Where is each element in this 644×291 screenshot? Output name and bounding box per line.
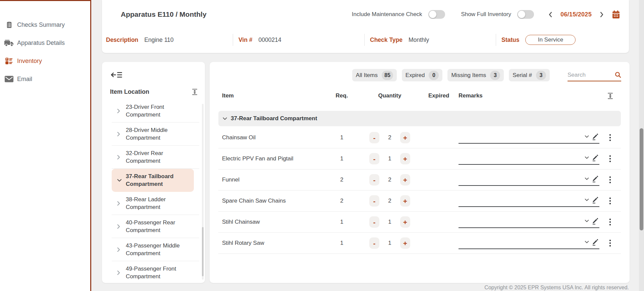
item-quantity: 1 (387, 155, 392, 162)
column-header-req: Req. (332, 92, 351, 99)
search-icon[interactable] (615, 72, 621, 78)
expand-rows-icon[interactable] (192, 89, 198, 95)
info-bar: DescriptionEngine 110Vin #0000214Check T… (102, 29, 629, 50)
row-menu-button[interactable] (599, 239, 621, 247)
panel-scrollbar-thumb[interactable] (202, 227, 204, 276)
collapse-panel-button[interactable] (111, 71, 123, 80)
location-item-28-driver-middle-compartment[interactable]: 28-Driver Middle Compartment (112, 123, 199, 146)
location-item-37-rear-tailboard-compartment[interactable]: 37-Rear Tailboard Compartment (112, 169, 194, 192)
increase-quantity-button[interactable]: + (400, 153, 410, 164)
chevron-right-icon (600, 12, 603, 17)
content-row: Item Location 23-Driver Front Compartmen… (102, 62, 629, 283)
increase-quantity-button[interactable]: + (400, 195, 410, 207)
remarks-field[interactable] (459, 237, 599, 249)
edit-pencil-icon[interactable] (592, 238, 599, 246)
row-menu-button[interactable] (599, 176, 621, 184)
chevron-right-icon (117, 201, 122, 206)
search-input[interactable] (568, 72, 608, 78)
edit-pencil-icon[interactable] (592, 175, 599, 183)
edit-pencil-icon[interactable] (592, 196, 599, 204)
table-row: Spare Chain Saw Chains2-2+ (218, 191, 621, 212)
previous-date-button[interactable] (549, 12, 552, 17)
edit-pencil-icon[interactable] (592, 133, 599, 140)
quantity-stepper: -2+ (351, 132, 428, 143)
sidebar-item-email[interactable]: Email (0, 70, 90, 88)
tab-expired[interactable]: Expired0 (402, 69, 443, 81)
increase-quantity-button[interactable]: + (400, 132, 410, 143)
decrease-quantity-button[interactable]: - (369, 174, 379, 186)
tab-all-items[interactable]: All Items85 (352, 69, 397, 81)
location-item-label: 49-Passenger Front Compartment (126, 265, 198, 280)
remarks-field[interactable] (459, 195, 599, 207)
include-maintenance-toggle[interactable] (428, 10, 445, 19)
decrease-quantity-button[interactable]: - (369, 237, 379, 249)
increase-quantity-button[interactable]: + (400, 174, 410, 186)
page-title: Apparatus E110 / Monthly (121, 10, 207, 18)
increase-quantity-button[interactable]: + (400, 237, 410, 249)
sidebar-nav: Checks SummaryApparatus DetailsInventory… (0, 1, 90, 88)
item-name: Stihl Rotary Saw (218, 240, 332, 246)
show-full-inventory-toggle[interactable] (517, 10, 534, 19)
tab-label: Missing Items (451, 72, 486, 79)
chevron-right-icon (117, 108, 122, 114)
location-item-32-driver-rear-compartment[interactable]: 32-Driver Rear Compartment (112, 146, 199, 169)
edit-pencil-icon[interactable] (592, 154, 599, 161)
decrease-quantity-button[interactable]: - (369, 195, 379, 207)
sidebar-item-inventory[interactable]: Inventory (0, 52, 90, 70)
current-date[interactable]: 06/15/2025 (560, 11, 592, 18)
window-scrollbar[interactable] (639, 0, 644, 291)
item-quantity: 2 (387, 134, 392, 141)
chevron-down-icon[interactable] (585, 199, 589, 201)
search-box (568, 69, 621, 81)
remarks-field[interactable] (459, 153, 599, 165)
remarks-field[interactable] (459, 216, 599, 228)
chevron-down-icon[interactable] (585, 135, 589, 138)
tab-label: Expired (406, 72, 425, 79)
window-scrollbar-thumb[interactable] (640, 128, 643, 230)
title-controls: Include Maintenance Check Show Full Inve… (336, 10, 620, 19)
chevron-down-icon[interactable] (585, 156, 589, 159)
decrease-quantity-button[interactable]: - (369, 132, 379, 143)
remarks-field[interactable] (459, 174, 599, 186)
location-list: 23-Driver Front Compartment28-Driver Mid… (102, 99, 205, 283)
tab-serial[interactable]: Serial #3 (509, 69, 550, 81)
calendar-icon[interactable] (612, 10, 620, 19)
column-header-remarks: Remarks (459, 92, 599, 99)
edit-pencil-icon[interactable] (592, 217, 599, 225)
location-item-23-driver-front-compartment[interactable]: 23-Driver Front Compartment (112, 99, 199, 123)
expand-rows-icon[interactable] (599, 93, 621, 99)
location-item-43-passenger-middle-compartment[interactable]: 43-Passenger Middle Compartment (112, 238, 199, 261)
row-menu-button[interactable] (599, 197, 621, 205)
tab-count-badge: 85 (382, 71, 393, 80)
tab-pills: All Items85Expired0Missing Items3Serial … (352, 69, 550, 81)
chevron-down-icon[interactable] (585, 241, 589, 243)
location-item-label: 37-Rear Tailboard Compartment (126, 172, 193, 188)
tab-missing-items[interactable]: Missing Items3 (447, 69, 504, 81)
row-menu-button[interactable] (599, 155, 621, 162)
panel-scrollbar[interactable] (202, 104, 204, 280)
table-row: Electric PPV Fan and Pigtail1-1+ (218, 148, 621, 169)
tab-count-badge: 3 (536, 71, 546, 80)
table-row: Chainsaw Oil1-2+ (218, 127, 621, 148)
location-item-40-passenger-rear-compartment[interactable]: 40-Passenger Rear Compartment (112, 215, 199, 238)
email-icon (4, 75, 14, 83)
row-menu-button[interactable] (599, 218, 621, 226)
table-header: Item Req. Quantity Expired Remarks (218, 91, 621, 101)
increase-quantity-button[interactable]: + (400, 216, 410, 228)
next-date-button[interactable] (600, 12, 603, 17)
row-menu-button[interactable] (599, 134, 621, 141)
show-full-inventory-label: Show Full Inventory (461, 11, 511, 18)
decrease-quantity-button[interactable]: - (369, 153, 379, 164)
item-quantity: 1 (387, 240, 392, 246)
remarks-field[interactable] (459, 132, 599, 144)
main-content: Apparatus E110 / Monthly Include Mainten… (102, 0, 629, 291)
location-item-49-passenger-front-compartment[interactable]: 49-Passenger Front Compartment (112, 261, 199, 283)
item-required-count: 2 (332, 198, 351, 204)
chevron-down-icon[interactable] (585, 177, 589, 180)
decrease-quantity-button[interactable]: - (369, 216, 379, 228)
sidebar-item-apparatus-details[interactable]: Apparatus Details (0, 34, 90, 52)
sidebar-item-checks-summary[interactable]: Checks Summary (0, 16, 90, 34)
location-item-38-rear-ladder-compartment[interactable]: 38-Rear Ladder Compartment (112, 192, 199, 215)
group-header[interactable]: 37-Rear Tailboard Compartment (218, 111, 621, 126)
chevron-down-icon[interactable] (585, 220, 589, 222)
